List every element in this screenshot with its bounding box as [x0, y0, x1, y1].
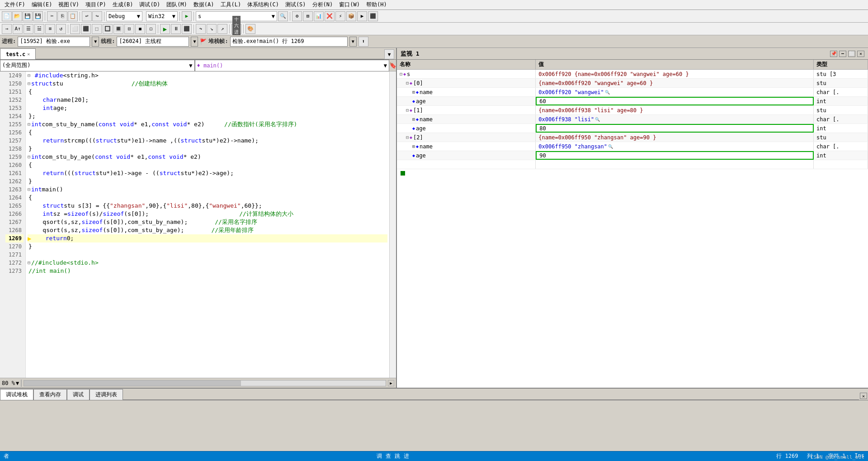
- icon-btn2[interactable]: ⊞: [303, 11, 313, 21]
- expand-1250[interactable]: ⊟: [28, 80, 30, 88]
- watch-cell-0age-name[interactable]: ◆ age: [397, 97, 536, 105]
- debug-btn11[interactable]: 🔳: [113, 24, 123, 34]
- save-btn[interactable]: 💾: [23, 11, 33, 21]
- icon-btn8[interactable]: ⬛: [368, 11, 378, 21]
- search-1name-icon[interactable]: 🔍: [595, 117, 600, 122]
- expand-1249[interactable]: ⊟: [28, 71, 30, 80]
- debug-btn12[interactable]: ⊡: [124, 24, 134, 34]
- watch-float-btn[interactable]: ⬜: [848, 51, 855, 57]
- cut-btn[interactable]: ✂: [47, 11, 57, 21]
- open-btn[interactable]: 📂: [12, 11, 22, 21]
- debug-btn4[interactable]: ☱: [34, 24, 44, 34]
- debug-btn8[interactable]: ⬛: [81, 24, 91, 34]
- debug-mode-dropdown[interactable]: Debug ▼: [106, 11, 142, 21]
- icon-btn5[interactable]: ⚡: [335, 11, 345, 21]
- watch-cell-1name-name[interactable]: ⊞ ◆ name: [397, 115, 536, 124]
- thread-dropdown[interactable]: [26024] 主线程: [117, 37, 189, 47]
- plus-0name-icon[interactable]: ⊞: [412, 90, 415, 95]
- scope-dropdown[interactable]: (全局范围) ▼: [0, 60, 195, 71]
- watch-close-btn[interactable]: ✕: [857, 51, 864, 57]
- menu-debug[interactable]: 调试(D): [137, 0, 163, 10]
- icon-btn7[interactable]: ▶: [357, 11, 367, 21]
- debug-btn13[interactable]: ◼: [135, 24, 145, 34]
- copy-btn[interactable]: ⎘: [57, 11, 67, 21]
- undo-btn[interactable]: ↩: [82, 11, 92, 21]
- icon-btn3[interactable]: 📊: [314, 11, 324, 21]
- scroll-right-btn[interactable]: ▶: [388, 380, 394, 386]
- menu-data[interactable]: 数据(A): [191, 0, 217, 10]
- expand-1-icon[interactable]: ⊟: [406, 108, 409, 113]
- redo-btn[interactable]: ↪: [92, 11, 102, 21]
- stack-dropdown[interactable]: 检验.exe!main() 行 1269: [230, 37, 348, 47]
- expand-2-icon[interactable]: ⊟: [406, 135, 409, 140]
- expand-1272[interactable]: ⊟: [28, 259, 30, 267]
- menu-file[interactable]: 文件(F): [2, 0, 28, 10]
- debug-btn7[interactable]: ⬜: [70, 24, 80, 34]
- debug-btn5[interactable]: ≡: [45, 24, 55, 34]
- code-tab-test[interactable]: test.c ✕: [0, 48, 36, 59]
- platform-dropdown[interactable]: Win32 ▼: [146, 11, 178, 21]
- plus-2name-icon[interactable]: ⊞: [412, 144, 415, 149]
- menu-project[interactable]: 项目(P): [83, 0, 109, 10]
- output-tab-memory[interactable]: 查看内存: [33, 389, 67, 400]
- code-scroll-right[interactable]: [389, 71, 396, 378]
- watch-cell-2-name[interactable]: ⊟ ◆ [2]: [397, 133, 536, 142]
- zoom-dropdown-arrow[interactable]: ▼: [16, 380, 19, 386]
- stack-up-btn[interactable]: ⬆: [359, 37, 368, 47]
- debug-btn9[interactable]: ⬚: [92, 24, 102, 34]
- menu-view[interactable]: 视图(V): [56, 0, 82, 10]
- debug-btn3[interactable]: ☰: [24, 24, 33, 34]
- output-tab-out[interactable]: 调试: [67, 389, 90, 400]
- watch-pin-btn[interactable]: 📌: [830, 51, 837, 57]
- menu-help[interactable]: 帮助(H): [363, 0, 390, 10]
- watch-cell-2age-name[interactable]: ◆ age: [397, 151, 536, 160]
- watch-cell-s-name[interactable]: ⊟ ◆ s: [397, 70, 536, 78]
- watch-cell-empty[interactable]: [397, 160, 536, 169]
- icon-btn1[interactable]: ⚙: [292, 11, 302, 21]
- debug-btn1[interactable]: ⇒: [2, 24, 12, 34]
- hex-btn[interactable]: 十六进制: [231, 24, 241, 34]
- expand-1259[interactable]: ⊟: [28, 153, 30, 161]
- watch-minimize-btn[interactable]: —: [839, 51, 846, 57]
- save-all-btn[interactable]: 💾: [33, 11, 43, 21]
- bookmark-btn[interactable]: 🔖: [389, 62, 396, 69]
- pause-btn[interactable]: ⏸: [171, 24, 181, 34]
- zoom-control[interactable]: 80 % ▼: [2, 380, 19, 386]
- watch-cell-1-name[interactable]: ⊟ ◆ [1]: [397, 106, 536, 114]
- output-close-btn[interactable]: ✕: [860, 393, 867, 399]
- run-btn[interactable]: ▶: [182, 11, 192, 21]
- output-tab-list[interactable]: 进调列表: [90, 389, 123, 400]
- code-content[interactable]: ⊟ #include<string.h> ⊟ struct stu //创建结构…: [26, 71, 389, 378]
- watch-cell-0-name[interactable]: ⊟ ◆ [0]: [397, 79, 536, 87]
- debug-btn2[interactable]: A↑: [13, 24, 23, 34]
- expand-1255[interactable]: ⊟: [28, 120, 30, 128]
- watch-cell-2name-name[interactable]: ⊞ ◆ name: [397, 142, 536, 151]
- tab-close-icon[interactable]: ✕: [27, 52, 30, 57]
- expand-1263[interactable]: ⊟: [28, 185, 30, 194]
- icon-btn4[interactable]: ❌: [325, 11, 335, 21]
- menu-team[interactable]: 团队(M): [164, 0, 190, 10]
- menu-tools[interactable]: 工具(L): [218, 0, 244, 10]
- stack-arrow[interactable]: ▼: [349, 37, 357, 47]
- thread-arrow[interactable]: ▼: [191, 37, 198, 47]
- code-body[interactable]: 1249 1250 1251 1252 1253 1254 1255 1256 …: [0, 71, 396, 378]
- new-btn[interactable]: 📄: [2, 11, 12, 21]
- func-dropdown[interactable]: ♦ main() ▼: [195, 60, 390, 71]
- search-find-btn[interactable]: 🔍: [278, 11, 288, 21]
- stop-btn[interactable]: ⬛: [182, 24, 192, 34]
- menu-arch[interactable]: 体系结构(C): [245, 0, 282, 10]
- expand-0-icon[interactable]: ⊟: [406, 81, 409, 86]
- debug-btn14[interactable]: ◻: [146, 24, 156, 34]
- menu-edit[interactable]: 编辑(E): [29, 0, 55, 10]
- step-over-btn[interactable]: ↷: [196, 24, 206, 34]
- debug-misc2[interactable]: ↗: [217, 24, 227, 34]
- menu-window[interactable]: 窗口(W): [336, 0, 363, 10]
- debug-btn6[interactable]: ↺: [56, 24, 66, 34]
- menu-analyze[interactable]: 分析(N): [310, 0, 336, 10]
- process-dropdown[interactable]: [15952] 检验.exe: [18, 37, 90, 47]
- debug-btn10[interactable]: 🔲: [103, 24, 113, 34]
- output-tab-debug-stack[interactable]: 调试堆栈: [0, 389, 33, 400]
- paste-btn[interactable]: 📋: [68, 11, 78, 21]
- search-0name-icon[interactable]: 🔍: [605, 90, 610, 95]
- expand-s-icon[interactable]: ⊟: [400, 71, 402, 76]
